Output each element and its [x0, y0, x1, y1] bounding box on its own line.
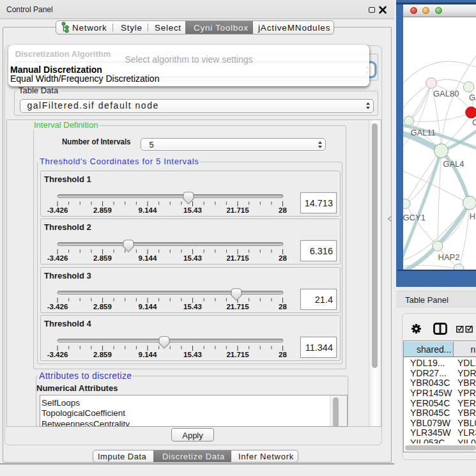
- svg-text:-3.426: -3.426: [47, 303, 68, 311]
- svg-text:2.859: 2.859: [93, 351, 112, 358]
- svg-text:15.43: 15.43: [183, 351, 202, 358]
- svg-text:GCY1: GCY1: [403, 213, 426, 222]
- svg-text:21.715: 21.715: [226, 254, 249, 262]
- svg-text:HAP2: HAP2: [438, 252, 460, 262]
- svg-text:-3.426: -3.426: [47, 351, 68, 358]
- svg-text:28: 28: [279, 303, 287, 311]
- svg-text:21.715: 21.715: [226, 206, 249, 214]
- svg-text:15.43: 15.43: [183, 254, 202, 262]
- svg-text:GAL80: GAL80: [433, 89, 459, 98]
- svg-text:28: 28: [279, 351, 287, 358]
- svg-text:9.144: 9.144: [139, 254, 157, 262]
- svg-text:15.43: 15.43: [183, 206, 202, 214]
- svg-text:21.715: 21.715: [226, 351, 249, 358]
- svg-text:-3.426: -3.426: [47, 254, 68, 262]
- svg-text:2.859: 2.859: [93, 206, 112, 214]
- svg-text:GAL11: GAL11: [411, 128, 436, 137]
- svg-text:28: 28: [279, 206, 287, 214]
- svg-text:GA: GA: [469, 93, 476, 102]
- svg-text:15.43: 15.43: [183, 303, 202, 311]
- svg-text:9.144: 9.144: [139, 206, 157, 214]
- svg-text:9.144: 9.144: [139, 303, 157, 311]
- svg-text:2.859: 2.859: [93, 303, 112, 311]
- svg-text:2.859: 2.859: [93, 254, 112, 262]
- svg-text:9.144: 9.144: [139, 351, 157, 358]
- svg-text:GAL4: GAL4: [443, 159, 464, 169]
- svg-text:C: C: [472, 118, 476, 127]
- svg-text:21.715: 21.715: [226, 303, 249, 311]
- svg-text:H: H: [470, 211, 475, 221]
- svg-text:-3.426: -3.426: [47, 206, 68, 214]
- svg-text:28: 28: [279, 254, 287, 262]
